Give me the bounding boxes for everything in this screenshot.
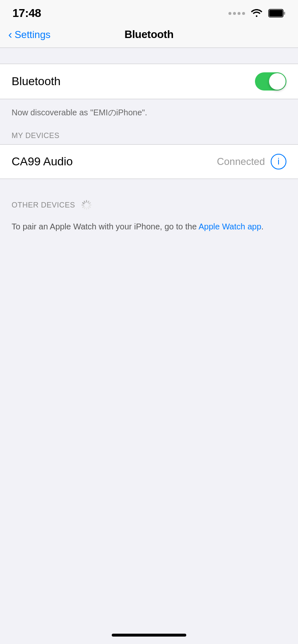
my-devices-header: MY DEVICES xyxy=(0,126,298,144)
home-indicator xyxy=(112,634,186,637)
svg-line-10 xyxy=(84,208,85,209)
apple-watch-link[interactable]: Apple Watch app xyxy=(199,222,262,231)
bluetooth-label: Bluetooth xyxy=(12,75,60,88)
apple-watch-text: To pair an Apple Watch with your iPhone,… xyxy=(12,220,286,233)
svg-line-11 xyxy=(82,207,84,208)
device-status: Connected xyxy=(217,156,265,167)
device-name: CA99 Audio xyxy=(12,155,73,168)
discoverable-section: Now discoverable as "EMIのiPhone". xyxy=(0,99,298,126)
svg-line-8 xyxy=(88,208,89,209)
other-devices-label: OTHER DEVICES xyxy=(12,201,75,210)
svg-line-4 xyxy=(88,201,89,203)
nav-bar: ‹ Settings Bluetooth xyxy=(0,25,298,48)
battery-icon xyxy=(268,9,286,18)
status-icons xyxy=(228,7,286,19)
top-spacer xyxy=(0,48,298,64)
svg-line-5 xyxy=(89,203,90,204)
signal-icon xyxy=(228,12,245,15)
other-spacer xyxy=(0,179,298,195)
apple-watch-note-end: . xyxy=(261,222,264,231)
back-button[interactable]: ‹ Settings xyxy=(8,29,50,41)
apple-watch-note: To pair an Apple Watch with your iPhone,… xyxy=(0,215,298,244)
device-status-area: Connected i xyxy=(217,154,286,169)
status-time: 17:48 xyxy=(12,7,41,20)
device-info-button[interactable]: i xyxy=(271,154,286,169)
svg-line-7 xyxy=(89,207,90,208)
discoverable-text: Now discoverable as "EMIのiPhone". xyxy=(12,107,286,126)
svg-rect-1 xyxy=(269,10,282,17)
my-devices-label: MY DEVICES xyxy=(12,131,60,140)
other-devices-header: OTHER DEVICES xyxy=(0,195,298,215)
bluetooth-card: Bluetooth xyxy=(0,64,298,99)
page-title: Bluetooth xyxy=(125,28,174,41)
device-section: CA99 Audio Connected i xyxy=(0,144,298,179)
table-row: CA99 Audio Connected i xyxy=(0,145,298,179)
bluetooth-row: Bluetooth xyxy=(0,64,298,99)
toggle-thumb xyxy=(269,73,286,90)
svg-rect-2 xyxy=(284,12,285,15)
svg-line-14 xyxy=(84,201,85,203)
status-bar: 17:48 xyxy=(0,0,298,25)
back-chevron-icon: ‹ xyxy=(8,29,12,41)
loading-spinner xyxy=(81,200,92,210)
svg-line-13 xyxy=(82,203,84,204)
apple-watch-note-text: To pair an Apple Watch with your iPhone,… xyxy=(12,222,199,231)
bluetooth-toggle[interactable] xyxy=(255,72,286,91)
back-label: Settings xyxy=(14,29,50,41)
wifi-icon xyxy=(250,7,263,19)
